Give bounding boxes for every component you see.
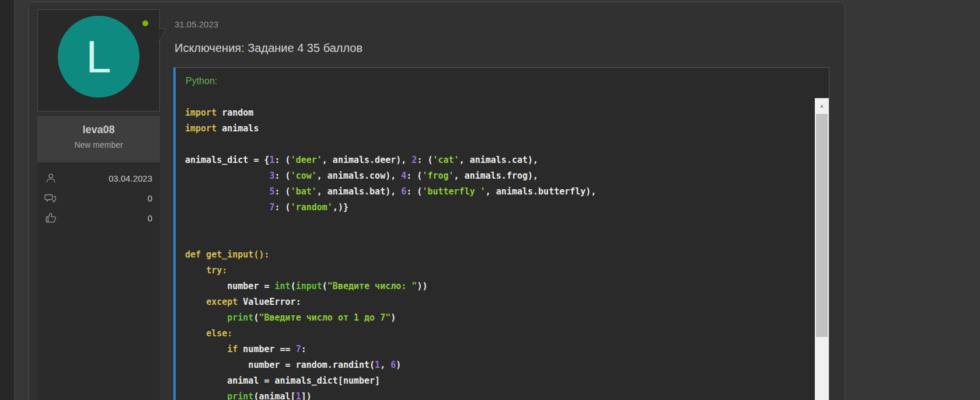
avatar-box: L — [37, 9, 160, 112]
code-line — [185, 231, 802, 247]
code-content: import randomimport animals animals_dict… — [176, 98, 829, 400]
user-sidebar: L leva08 New member 03.04.2023 — [29, 2, 166, 400]
stat-row-likes: 0 — [44, 211, 152, 224]
code-line: if number == 7: — [185, 342, 802, 357]
page-background: L leva08 New member 03.04.2023 — [14, 0, 980, 400]
post-card: L leva08 New member 03.04.2023 — [29, 2, 845, 400]
likes-count: 0 — [57, 213, 152, 223]
code-language-label: Python: — [176, 68, 829, 98]
code-line: 3: ('cow', animals.cow), 4: ('frog', ani… — [185, 168, 802, 184]
code-line: except ValueError: — [185, 294, 802, 310]
code-line: animals_dict = {1: ('deer', animals.deer… — [185, 152, 802, 168]
post-date[interactable]: 31.05.2023 — [175, 19, 829, 29]
scrollbar-thumb[interactable] — [816, 114, 828, 337]
username-link[interactable]: leva08 — [37, 124, 160, 136]
user-role: New member — [37, 140, 160, 149]
stat-row-messages: 0 — [44, 192, 152, 204]
avatar-letter: L — [86, 34, 111, 79]
messages-count: 0 — [57, 193, 152, 203]
code-line: try: — [185, 263, 802, 279]
likes-icon — [44, 211, 57, 224]
code-line — [185, 215, 802, 231]
post-title: Исключения: Задание 4 35 баллов — [175, 41, 829, 55]
user-icon — [44, 172, 57, 185]
avatar[interactable]: L — [58, 16, 139, 98]
code-line: number = int(input("Введите число: ")) — [185, 279, 802, 294]
user-details: leva08 New member — [37, 116, 160, 162]
stat-row-joined: 03.04.2023 — [44, 172, 152, 185]
code-line — [185, 137, 802, 152]
code-line: else: — [185, 326, 802, 342]
user-stats: 03.04.2023 0 0 — [37, 162, 160, 400]
code-line: 7: ('random',)} — [185, 200, 802, 215]
code-scroll-area[interactable]: import randomimport animals animals_dict… — [176, 98, 829, 400]
post-content: 31.05.2023 Исключения: Задание 4 35 балл… — [166, 2, 845, 400]
online-indicator-dot — [142, 20, 148, 26]
python-code-block: Python: import randomimport animals anim… — [173, 67, 829, 400]
scrollbar-up-button[interactable]: ▲ — [815, 98, 829, 113]
code-line: def get_input(): — [185, 247, 802, 263]
code-line: 5: ('bat', animals.bat), 6: ('butterfly … — [185, 184, 802, 200]
code-scrollbar[interactable]: ▲ — [815, 98, 829, 400]
messages-icon — [44, 192, 57, 204]
code-line: import animals — [185, 121, 802, 137]
code-line: import random — [185, 105, 802, 121]
code-line: print(animal[1]) — [185, 389, 802, 400]
join-date-value: 03.04.2023 — [57, 173, 152, 183]
code-line: print("Введите число от 1 до 7") — [185, 310, 802, 326]
code-line: animal = animals_dict[number] — [185, 373, 802, 389]
code-line: number = random.randint(1, 6) — [185, 357, 802, 373]
